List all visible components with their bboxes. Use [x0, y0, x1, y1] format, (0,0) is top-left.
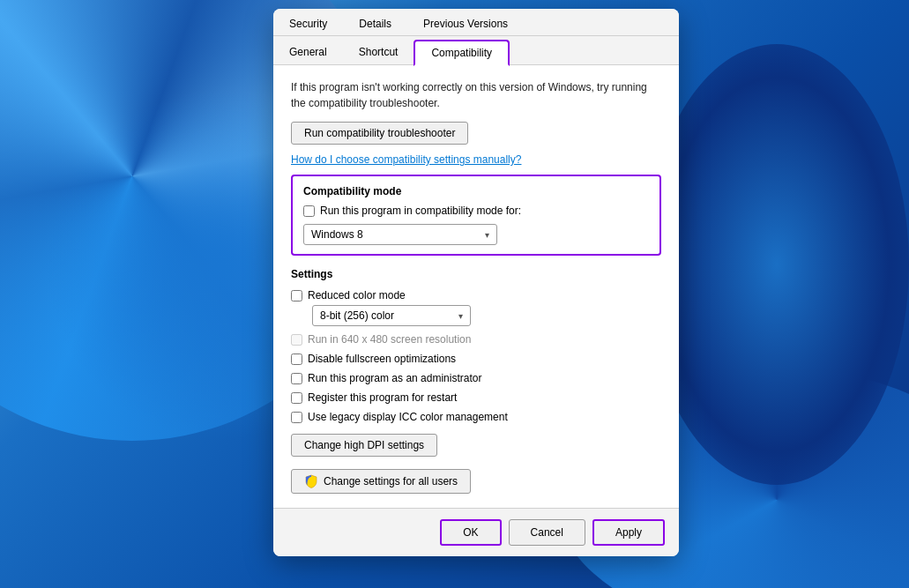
reduced-color-checkbox[interactable] [291, 290, 302, 301]
settings-section: Settings Reduced color mode 8-bit (256) … [291, 268, 661, 457]
dialog-footer: OK Cancel Apply [273, 508, 679, 556]
compatibility-mode-section: Compatibility mode Run this program in c… [291, 175, 661, 256]
shield-uac-icon [304, 474, 318, 488]
admin-checkbox[interactable] [291, 373, 302, 384]
admin-label: Run this program as an administrator [308, 372, 481, 384]
settings-title: Settings [291, 268, 661, 280]
high-dpi-button[interactable]: Change high DPI settings [291, 434, 437, 457]
fullscreen-checkbox[interactable] [291, 354, 302, 365]
ok-button[interactable]: OK [440, 519, 501, 546]
restart-label: Register this program for restart [308, 391, 457, 404]
help-link[interactable]: How do I choose compatibility settings m… [291, 153, 661, 166]
chevron-down-icon: ▾ [458, 311, 463, 321]
cancel-button[interactable]: Cancel [509, 519, 585, 546]
color-mode-dropdown[interactable]: 8-bit (256) color ▾ [312, 305, 471, 326]
compat-mode-checkbox[interactable] [303, 205, 315, 217]
footer-buttons: OK Cancel Apply [440, 519, 665, 546]
tab-compatibility[interactable]: Compatibility [414, 40, 510, 66]
compat-mode-dropdown[interactable]: Windows 8 ▾ [303, 224, 497, 245]
icc-label: Use legacy display ICC color management [308, 411, 508, 423]
change-settings-button[interactable]: Change settings for all users [291, 469, 471, 494]
resolution-checkbox[interactable] [291, 334, 302, 346]
run-troubleshooter-button[interactable]: Run compatibility troubleshooter [291, 122, 468, 145]
properties-dialog: Security Details Previous Versions Gener… [273, 9, 679, 556]
restart-checkbox[interactable] [291, 392, 302, 404]
tab-row-2: General Shortcut Compatibility [273, 36, 679, 65]
compat-mode-checkbox-row: Run this program in compatibility mode f… [303, 205, 649, 217]
reduced-color-label: Reduced color mode [308, 289, 406, 301]
tab-shortcut[interactable]: Shortcut [343, 40, 414, 64]
intro-text: If this program isn't working correctly … [291, 79, 661, 111]
admin-row: Run this program as an administrator [291, 372, 661, 384]
tab-previous-versions[interactable]: Previous Versions [407, 12, 524, 35]
tab-details[interactable]: Details [343, 12, 407, 35]
compatibility-mode-label: Compatibility mode [303, 185, 649, 197]
tab-security[interactable]: Security [273, 12, 343, 35]
color-mode-sub-row: 8-bit (256) color ▾ [291, 305, 661, 326]
fullscreen-row: Disable fullscreen optimizations [291, 353, 661, 365]
tab-general[interactable]: General [273, 40, 343, 64]
fullscreen-label: Disable fullscreen optimizations [308, 353, 456, 365]
restart-row: Register this program for restart [291, 391, 661, 404]
dialog-content: If this program isn't working correctly … [273, 65, 679, 508]
icc-checkbox[interactable] [291, 412, 302, 423]
chevron-down-icon: ▾ [485, 230, 489, 240]
compat-mode-checkbox-label: Run this program in compatibility mode f… [320, 205, 521, 217]
icc-row: Use legacy display ICC color management [291, 411, 661, 423]
color-mode-value: 8-bit (256) color [320, 309, 394, 322]
change-settings-label: Change settings for all users [324, 475, 458, 488]
reduced-color-row: Reduced color mode [291, 289, 661, 301]
resolution-row: Run in 640 x 480 screen resolution [291, 333, 661, 346]
compat-mode-dropdown-value: Windows 8 [311, 228, 363, 241]
tab-row-1: Security Details Previous Versions [273, 9, 679, 36]
apply-button[interactable]: Apply [592, 519, 665, 546]
resolution-label: Run in 640 x 480 screen resolution [308, 333, 471, 346]
